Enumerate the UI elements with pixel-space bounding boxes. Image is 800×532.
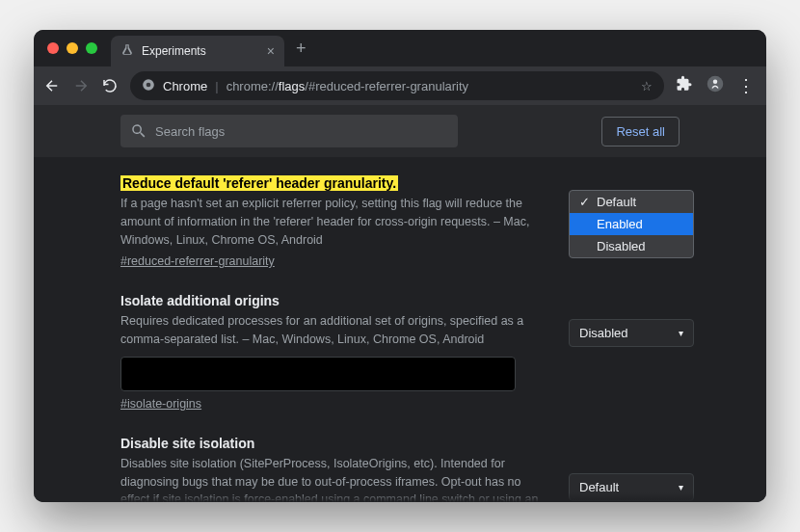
svg-point-3 xyxy=(713,80,718,85)
forward-button[interactable] xyxy=(72,77,90,94)
back-button[interactable] xyxy=(43,77,61,94)
kebab-menu-icon[interactable]: ⋮ xyxy=(737,75,757,96)
chrome-icon xyxy=(142,78,155,94)
svg-point-1 xyxy=(147,82,151,87)
search-icon xyxy=(130,122,147,140)
dropdown-option-default[interactable]: ✓Default xyxy=(570,191,693,213)
browser-window: Experiments × + Chrome | chrome://flags/… xyxy=(34,30,766,502)
flag-dropdown[interactable]: Disabled ▾ xyxy=(569,319,694,347)
profile-icon[interactable] xyxy=(707,75,724,96)
browser-tab[interactable]: Experiments × xyxy=(111,36,284,66)
dropdown-menu: ✓Default Enabled Disabled xyxy=(569,190,694,258)
omnibox-scheme: Chrome xyxy=(163,79,207,93)
close-tab-icon[interactable]: × xyxy=(267,43,275,59)
scroll-fade xyxy=(34,492,766,502)
chevron-down-icon: ▾ xyxy=(679,328,683,338)
dropdown-option-enabled[interactable]: Enabled xyxy=(570,213,693,235)
address-bar[interactable]: Chrome | chrome://flags/#reduced-referre… xyxy=(130,71,664,100)
flask-icon xyxy=(120,43,134,60)
search-flags-box[interactable] xyxy=(120,115,458,147)
flag-description: If a page hasn't set an explicit referre… xyxy=(120,195,545,249)
omnibox-url: chrome://flags/#reduced-referrer-granula… xyxy=(227,79,468,93)
extensions-icon[interactable] xyxy=(676,75,693,96)
tab-strip: Experiments × + xyxy=(34,30,766,66)
reset-all-button[interactable]: Reset all xyxy=(601,117,680,146)
search-input[interactable] xyxy=(155,124,448,139)
browser-toolbar: Chrome | chrome://flags/#reduced-referre… xyxy=(34,66,766,105)
maximize-window-button[interactable] xyxy=(86,42,97,54)
close-window-button[interactable] xyxy=(47,42,59,54)
flag-isolate-origins: Isolate additional origins Requires dedi… xyxy=(120,292,680,412)
flags-topbar: Reset all xyxy=(34,105,766,157)
flag-hash-link[interactable]: #isolate-origins xyxy=(120,397,201,411)
flag-reduced-referrer: Reduce default 'referer' header granular… xyxy=(120,174,680,269)
dropdown-option-disabled[interactable]: Disabled xyxy=(570,235,693,257)
flag-hash-link[interactable]: #reduced-referrer-granularity xyxy=(120,254,275,268)
flag-title: Disable site isolation xyxy=(120,436,254,451)
origins-textfield[interactable] xyxy=(120,357,516,391)
window-controls xyxy=(47,42,97,54)
chevron-down-icon: ▾ xyxy=(679,482,683,492)
bookmark-star-icon[interactable]: ☆ xyxy=(641,79,653,93)
new-tab-button[interactable]: + xyxy=(296,39,307,59)
flag-title: Reduce default 'referer' header granular… xyxy=(120,175,398,191)
minimize-window-button[interactable] xyxy=(67,42,78,54)
flag-description: Requires dedicated processes for an addi… xyxy=(120,312,545,349)
flag-title: Isolate additional origins xyxy=(120,293,280,308)
tab-title: Experiments xyxy=(142,44,259,58)
page-content: Reset all Reduce default 'referer' heade… xyxy=(34,105,766,502)
reload-button[interactable] xyxy=(101,77,119,94)
flags-list: Reduce default 'referer' header granular… xyxy=(34,157,766,502)
toolbar-actions: ⋮ xyxy=(676,75,757,96)
